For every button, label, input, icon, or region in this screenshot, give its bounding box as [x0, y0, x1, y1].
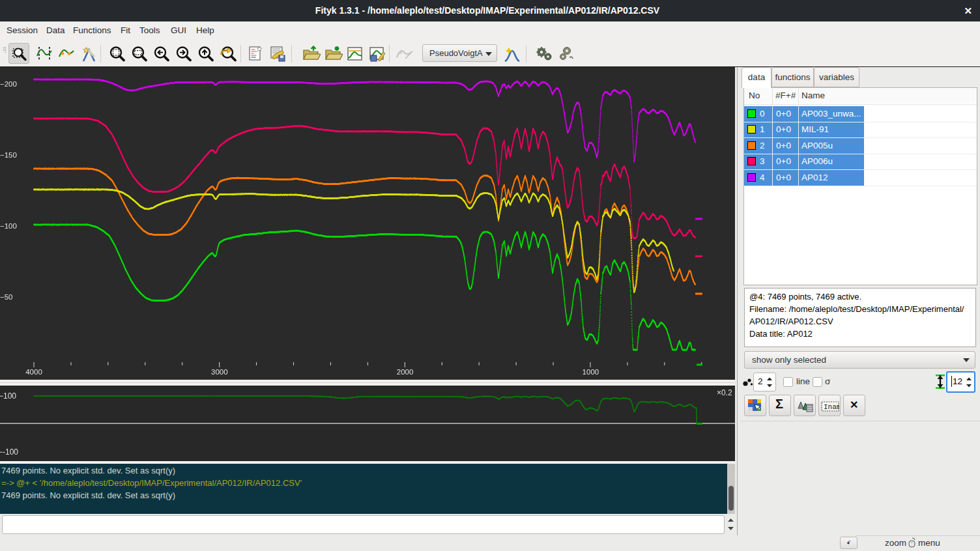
svg-text:Inam: Inam — [824, 403, 839, 411]
